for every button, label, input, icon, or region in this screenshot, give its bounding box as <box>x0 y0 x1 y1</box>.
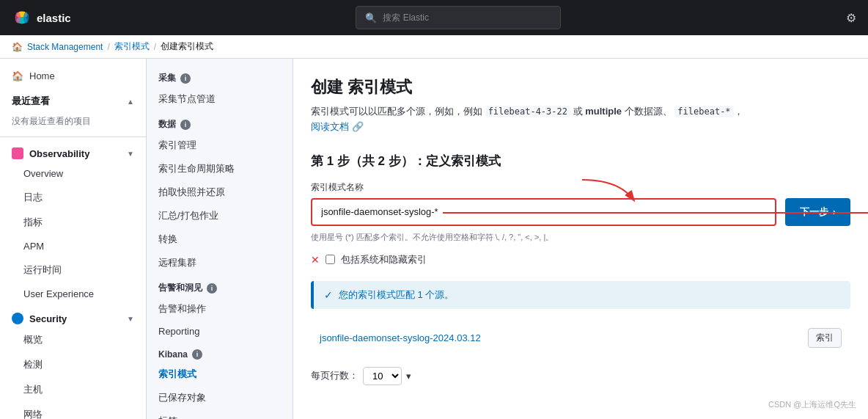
left-sidebar: 🏠 Home 最近查看 ▲ 没有最近查看的项目 Observability ▼ … <box>0 59 147 419</box>
hint-text: 使用星号 (*) 匹配多个索引。不允许使用空格和字符 \, /, ?, ", <… <box>311 232 850 243</box>
security-icon <box>12 313 23 324</box>
breadcrumb-home-icon: 🏠 <box>12 42 23 52</box>
sidebar-section-security[interactable]: Security ▼ <box>0 305 146 327</box>
middle-nav-item-pipeline[interactable]: 采集节点管道 <box>147 87 293 111</box>
middle-nav-item-transform[interactable]: 转换 <box>147 227 293 251</box>
middle-nav-item-alerts-ops[interactable]: 告警和操作 <box>147 297 293 321</box>
next-icon: › <box>833 206 836 217</box>
ingest-label: 采集 <box>158 72 176 84</box>
checkbox-row: ✕ 包括系统和隐藏索引 <box>311 253 850 266</box>
table-cell-action: 索引 <box>730 321 850 355</box>
middle-nav-section-ingest: 采集 i <box>147 65 293 87</box>
no-recent-items: 没有最近查看的项目 <box>0 111 146 134</box>
middle-nav-item-ilm[interactable]: 索引生命周期策略 <box>147 157 293 181</box>
ingest-info-icon[interactable]: i <box>180 73 191 84</box>
input-row: 下一步 › <box>311 198 850 226</box>
middle-nav: 采集 i 采集节点管道 数据 i 索引管理 索引生命周期策略 拍取快照并还原 汇… <box>147 59 293 419</box>
index-button[interactable]: 索引 <box>808 328 842 348</box>
chevron-up-icon: ▲ <box>127 98 134 106</box>
chevron-down-icon-2: ▼ <box>127 315 134 323</box>
sidebar-section-observability[interactable]: Observability ▼ <box>0 140 146 162</box>
chevron-down-icon: ▼ <box>127 150 134 158</box>
sidebar-item-detection[interactable]: 检测 <box>0 352 146 377</box>
search-bar[interactable]: 🔍 搜索 Elastic <box>356 6 561 29</box>
logo-text: elastic <box>37 12 71 24</box>
data-info-icon[interactable]: i <box>180 120 191 130</box>
breadcrumb: 🏠 Stack Management / 索引模式 / 创建索引模式 <box>0 35 868 59</box>
search-icon: 🔍 <box>365 12 377 23</box>
recent-label: 最近查看 <box>12 95 50 108</box>
sidebar-item-user-experience[interactable]: User Experience <box>0 283 146 305</box>
observability-label: Observability <box>29 148 89 159</box>
table-cell-name: jsonfile-daemonset-syslog-2024.03.12 <box>311 321 730 355</box>
subtitle-code2: filebeat-* <box>674 106 733 117</box>
middle-nav-item-index-mgmt[interactable]: 索引管理 <box>147 134 293 157</box>
middle-nav-section-alerts: 告警和洞见 i <box>147 274 293 297</box>
check-icon: ✓ <box>324 289 333 301</box>
sidebar-item-logs[interactable]: 日志 <box>0 185 146 210</box>
elastic-logo[interactable]: elastic <box>12 7 71 28</box>
data-label: 数据 <box>158 118 176 131</box>
middle-nav-item-remote[interactable]: 远程集群 <box>147 251 293 274</box>
checkbox-label: 包括系统和隐藏索引 <box>341 253 427 266</box>
svg-point-3 <box>23 12 29 23</box>
middle-nav-section-data: 数据 i <box>147 111 293 134</box>
top-nav-right[interactable]: ⚙ <box>846 11 856 25</box>
chevron-down-icon-3: ▾ <box>406 371 411 382</box>
middle-nav-item-saved-objects[interactable]: 已保存对象 <box>147 386 293 409</box>
field-label: 索引模式名称 <box>311 181 850 194</box>
breadcrumb-current: 创建索引模式 <box>161 40 213 53</box>
breadcrumb-stack-management[interactable]: Stack Management <box>27 42 103 52</box>
subtitle-text: 索引模式可以以匹配多个源，例如 <box>311 106 454 117</box>
middle-nav-item-snapshot[interactable]: 拍取快照并还原 <box>147 181 293 204</box>
observability-icon <box>12 147 23 159</box>
sidebar-item-uptime[interactable]: 运行时间 <box>0 258 146 283</box>
middle-nav-item-tags[interactable]: 标签 <box>147 409 293 419</box>
svg-point-2 <box>15 12 21 23</box>
watermark: CSDN @上海运维Q先生 <box>768 399 856 410</box>
middle-nav-item-index-pattern[interactable]: 索引模式 <box>147 362 293 386</box>
match-banner: ✓ 您的索引模式匹配 1 个源。 <box>311 281 850 309</box>
sidebar-item-overview-sec[interactable]: 概览 <box>0 327 146 352</box>
sidebar-item-apm[interactable]: APM <box>0 235 146 258</box>
kibana-label: Kibana <box>158 349 188 360</box>
home-icon: 🏠 <box>12 70 23 81</box>
sidebar-item-overview[interactable]: Overview <box>0 162 146 185</box>
security-label: Security <box>29 313 67 324</box>
subtitle-code1: filebeat-4-3-22 <box>485 106 570 117</box>
alerts-info-icon[interactable]: i <box>207 283 217 294</box>
app-layout: 🏠 Home 最近查看 ▲ 没有最近查看的项目 Observability ▼ … <box>0 59 868 419</box>
sidebar-item-metrics[interactable]: 指标 <box>0 210 146 235</box>
subtitle-text2: 个数据源、 <box>625 106 672 117</box>
pagination-row: 每页行数： 10 25 50 ▾ <box>311 367 850 385</box>
subtitle-or: 或 <box>573 106 586 117</box>
pagination-label: 每页行数： <box>311 369 358 382</box>
match-banner-text: 您的索引模式匹配 1 个源。 <box>339 288 454 302</box>
pattern-input[interactable] <box>311 198 776 226</box>
sidebar-item-hosts[interactable]: 主机 <box>0 377 146 402</box>
include-hidden-checkbox[interactable] <box>326 255 335 264</box>
top-nav: elastic 🔍 搜索 Elastic ⚙ <box>0 0 868 35</box>
page-title: 创建 索引模式 <box>311 76 850 98</box>
main-content: 创建 索引模式 索引模式可以以匹配多个源，例如，例如 filebeat-4-3-… <box>293 59 868 419</box>
gear-icon[interactable]: ⚙ <box>846 12 856 24</box>
doc-link[interactable]: 阅读文档 <box>311 121 349 132</box>
search-placeholder: 搜索 Elastic <box>383 12 429 24</box>
match-table: jsonfile-daemonset-syslog-2024.03.12 索引 <box>311 321 850 355</box>
sidebar-section-recent[interactable]: 最近查看 ▲ <box>0 87 146 111</box>
middle-nav-section-kibana: Kibana i <box>147 342 293 362</box>
step-title: 第 1 步（共 2 步）：定义索引模式 <box>311 153 850 170</box>
subtitle-bold: multiple <box>585 106 622 117</box>
page-subtitle: 索引模式可以以匹配多个源，例如，例如 filebeat-4-3-22 或 mul… <box>311 104 850 135</box>
sidebar-item-network[interactable]: 网络 <box>0 402 146 419</box>
middle-nav-item-reporting[interactable]: Reporting <box>147 321 293 342</box>
middle-nav-item-rollup[interactable]: 汇总/打包作业 <box>147 204 293 227</box>
next-button[interactable]: 下一步 › <box>785 198 850 226</box>
sidebar-item-home[interactable]: 🏠 Home <box>0 65 146 87</box>
kibana-info-icon[interactable]: i <box>192 349 202 360</box>
table-row: jsonfile-daemonset-syslog-2024.03.12 索引 <box>311 321 850 355</box>
breadcrumb-index-pattern[interactable]: 索引模式 <box>114 40 150 53</box>
per-page-select[interactable]: 10 25 50 <box>363 367 402 385</box>
alerts-label: 告警和洞见 <box>158 282 202 294</box>
checkbox-x-icon: ✕ <box>311 254 320 266</box>
